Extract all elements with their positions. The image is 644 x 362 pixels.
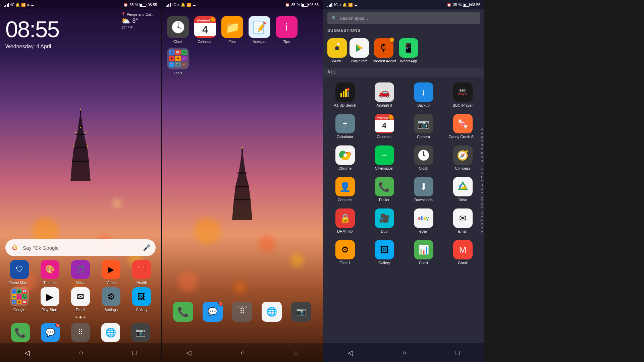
svg-rect-1 xyxy=(80,109,81,114)
app-music[interactable]: 🎵 Music xyxy=(66,260,94,285)
home-screen: 4G 🔔 📶 ⇅ ☁ ··· ⏰ 35% 08:55 📍Penge and Ca… xyxy=(0,0,161,362)
drive-icon xyxy=(457,181,469,192)
wallpaper-eiffel xyxy=(5,50,156,239)
app-a1sd[interactable]: A1 SD Bench xyxy=(326,80,364,110)
app-calculator[interactable]: ± Calculator xyxy=(326,111,364,141)
app-gallery[interactable]: 🖼 Gallery xyxy=(128,287,156,312)
cloud-icon-2: ☁ xyxy=(192,3,196,7)
app-phone-manager[interactable]: 🛡 Phone Man... xyxy=(5,260,33,285)
back-button-2[interactable]: ◁ xyxy=(186,349,191,357)
recents-button-3[interactable]: □ xyxy=(455,349,460,357)
status-right-2: ⏰ 35% 08:55 xyxy=(285,3,319,7)
suggest-wuntu[interactable]: ●● Wuntu xyxy=(326,36,348,66)
dock2-messages[interactable]: 💬 1 xyxy=(203,302,223,322)
status-left-2: 4G ▷ 🔔 📶 ☁ ··· xyxy=(166,3,200,7)
nav-bar: ◁ ○ □ xyxy=(0,343,161,362)
app-camera[interactable]: 📷 Camera xyxy=(405,111,442,141)
app-compass[interactable]: 🧭 Compass xyxy=(444,143,482,173)
app-ebay[interactable]: ebay eBay xyxy=(405,206,442,236)
app-gallery-list[interactable]: 🖼 Gallery xyxy=(365,237,403,267)
app-email-list[interactable]: ✉ Email xyxy=(444,206,482,236)
suggest-play-store[interactable]: Play Store xyxy=(348,36,370,66)
all-header: ALL xyxy=(323,68,484,77)
app-play-store[interactable]: ▶ Play Store xyxy=(36,287,64,312)
dock2-phone[interactable]: 📞 xyxy=(173,302,193,322)
recents-button-2[interactable]: □ xyxy=(294,349,298,357)
status-time: 08:55 xyxy=(148,3,157,7)
app-dialler[interactable]: 📞 Dialler xyxy=(365,174,403,204)
app-notepad[interactable]: 📝 Notepad xyxy=(249,16,270,44)
svg-point-10 xyxy=(80,109,81,110)
app-email[interactable]: ✉ Email xyxy=(66,287,94,312)
mic-icon[interactable]: 🎤 xyxy=(143,244,150,251)
app-files-list[interactable]: ⚙ Files 1 xyxy=(326,237,364,267)
app-video[interactable]: ▶ Video xyxy=(97,260,125,285)
search-placeholder: Say "Ok Google" xyxy=(23,245,139,251)
app-drm[interactable]: 🔒 DRM Info xyxy=(326,206,364,236)
home-button[interactable]: ○ xyxy=(79,349,83,357)
app-drive[interactable]: Drive xyxy=(444,174,482,204)
suggest-podcast[interactable]: 🎙 ! Podcast Addict xyxy=(370,36,397,66)
apps-grid: A1 SD Bench 🚗 Asphalt 8 ↓ Backup xyxy=(323,77,484,270)
suggestions-row: ●● Wuntu xyxy=(323,36,484,66)
app-settings[interactable]: ⚙ Settings xyxy=(97,287,125,312)
clock-widget: 08:55 Wednesday, 4 April xyxy=(5,9,156,50)
app-clock[interactable]: Clock xyxy=(167,16,189,44)
app-backup[interactable]: ↓ Backup xyxy=(405,80,442,110)
dock-messages[interactable]: 💬 1 xyxy=(41,323,60,342)
clock-time: 08:55 xyxy=(5,16,156,42)
cloud-icon: ☁ xyxy=(31,3,34,7)
home-button-2[interactable]: ○ xyxy=(240,349,245,357)
app-themes[interactable]: 🎨 Themes xyxy=(36,260,64,285)
app-gmail[interactable]: M Gmail xyxy=(444,237,482,267)
app-contacts[interactable]: 👤 Contacts xyxy=(326,174,364,204)
app-health[interactable]: ❤️ Health xyxy=(128,260,156,285)
app-files[interactable]: 📁 Files xyxy=(221,16,243,44)
battery-percent: 35 xyxy=(129,3,133,7)
recents-button[interactable]: □ xyxy=(132,349,136,357)
dock-phone[interactable]: 📞 xyxy=(11,323,30,342)
app-asphalt[interactable]: 🚗 Asphalt 8 xyxy=(365,80,403,110)
dock2-camera[interactable]: 📷 xyxy=(291,302,311,322)
home-button-3[interactable]: ○ xyxy=(402,349,406,357)
dock2-chrome[interactable]: 🌐 xyxy=(262,302,282,322)
app-clock-list[interactable]: Clock xyxy=(405,143,442,173)
google-logo: G xyxy=(11,244,19,252)
app-calendar[interactable]: Wednesday 4 Calendar xyxy=(194,16,216,44)
app-duo[interactable]: 🎥 Duo xyxy=(365,206,403,236)
alarm-icon-2: ⏰ xyxy=(285,3,290,7)
more-icon: ··· xyxy=(35,3,38,7)
dock-apps-btn[interactable]: ⠿ xyxy=(71,323,90,342)
app-calendar-list[interactable]: Wednesday 4 Calendar xyxy=(365,111,403,141)
calendar-badge xyxy=(210,17,215,22)
carrier-text: 4G xyxy=(10,3,14,7)
app-bbc[interactable]: BBC iPlayer BBC iPlayer xyxy=(444,80,482,110)
nav-bar-3: ◁ ○ □ xyxy=(323,343,484,362)
app-tips[interactable]: i Tips xyxy=(276,16,298,44)
app-downloads[interactable]: ⬇ Downloads xyxy=(405,174,442,204)
app-candy-crush[interactable]: 🍬 Candy Crush S... xyxy=(444,111,482,141)
battery-3 xyxy=(463,3,470,7)
dock-chrome[interactable]: 🌐 xyxy=(101,323,120,342)
search-bar[interactable]: G Say "Ok Google" 🎤 xyxy=(5,239,156,256)
dock2-apps-btn[interactable]: ⠿ xyxy=(232,302,252,322)
app-list-container: 🔍 Search apps... SUGGESTIONS ●● Wuntu xyxy=(323,9,484,343)
app-tools-folder[interactable]: 📱 📧 ⚙ ❤ 🌤 🔊 📍 🔦 🔇 Tools xyxy=(167,48,189,75)
suggest-whatsapp[interactable]: 📱 WhatsApp xyxy=(397,36,420,66)
dock-camera[interactable]: 📷 xyxy=(131,323,150,342)
signal-icon xyxy=(4,3,9,7)
app-chart[interactable]: 📊 Chart xyxy=(405,237,442,267)
app-drawer-screen: 4G ▷ 🔔 📶 ☁ ··· ⏰ 35% 08:55 xyxy=(162,0,323,362)
more-icon-2: ··· xyxy=(197,3,200,7)
eiffel-container-2 xyxy=(162,76,323,290)
app-citymapper[interactable]: → Citymapper xyxy=(365,143,403,173)
back-button-3[interactable]: ◁ xyxy=(348,349,353,357)
svg-rect-25 xyxy=(347,92,349,97)
app-google-folder[interactable]: G ▶ 📧 📺 📍 📞 🔊 🗓 📰 Google xyxy=(5,287,33,312)
data-icon: ⇅ xyxy=(27,3,30,7)
back-button[interactable]: ◁ xyxy=(24,349,30,357)
search-apps-bar[interactable]: 🔍 Search apps... xyxy=(327,12,480,24)
svg-point-26 xyxy=(347,88,350,91)
app-chrome[interactable]: Chrome xyxy=(326,143,364,173)
carrier-3: 4G xyxy=(333,3,338,7)
